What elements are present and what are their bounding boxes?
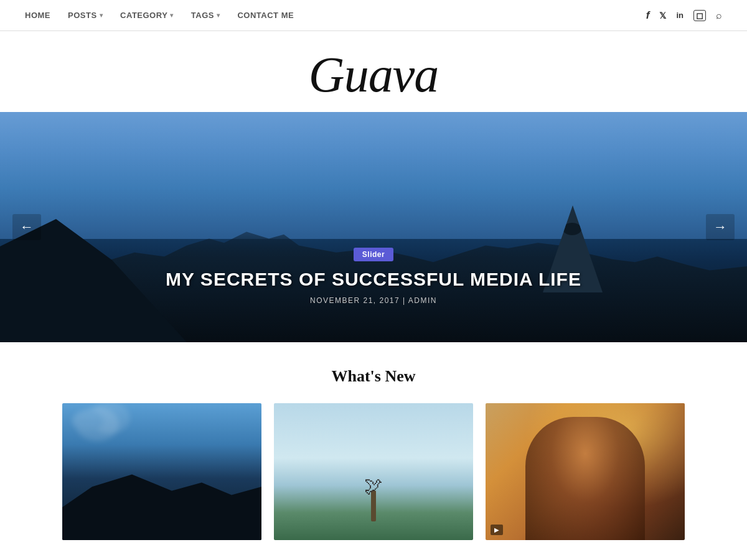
card-image-2 — [274, 403, 473, 540]
hero-background — [0, 112, 747, 342]
slider-meta: NOVEMBER 21, 2017 | ADMIN — [0, 296, 747, 305]
nav-item-posts[interactable]: POSTS ▾ — [68, 11, 103, 20]
site-title: Guava — [0, 50, 747, 100]
slider-content: Slider MY SECRETS OF SUCCESSFUL MEDIA LI… — [0, 248, 747, 305]
nav-item-category[interactable]: CATEGORY ▾ — [120, 11, 174, 20]
slider-category-badge[interactable]: Slider — [354, 248, 393, 261]
linkedin-icon[interactable]: in — [676, 11, 684, 20]
card-play-badge: ▶ — [491, 525, 503, 535]
card-image-1 — [62, 403, 261, 540]
hero-slider: ← → Slider MY SECRETS OF SUCCESSFUL MEDI… — [0, 112, 747, 342]
cards-grid: ▶ — [62, 403, 685, 540]
nav-left: HOME POSTS ▾ CATEGORY ▾ TAGS ▾ CONTACT M… — [25, 11, 294, 20]
site-header: Guava — [0, 31, 747, 112]
whats-new-title: What's New — [62, 367, 685, 386]
slider-prev-button[interactable]: ← — [12, 214, 41, 240]
chevron-down-icon: ▾ — [170, 12, 174, 19]
chevron-down-icon: ▾ — [100, 12, 103, 19]
instagram-icon[interactable]: ◻ — [693, 10, 706, 21]
card-3[interactable]: ▶ — [486, 403, 685, 540]
nav-item-tags[interactable]: TAGS ▾ — [191, 11, 220, 20]
slider-next-button[interactable]: → — [706, 214, 735, 240]
nav-item-home[interactable]: HOME — [25, 11, 50, 20]
nav-item-contact[interactable]: CONTACT ME — [237, 11, 294, 20]
whats-new-section: What's New ▶ — [0, 342, 747, 553]
search-icon[interactable]: ⌕ — [716, 10, 722, 21]
card-image-3: ▶ — [486, 403, 685, 540]
main-navigation: HOME POSTS ▾ CATEGORY ▾ TAGS ▾ CONTACT M… — [0, 0, 747, 31]
twitter-icon[interactable]: 𝕏 — [659, 11, 666, 21]
slider-title: MY SECRETS OF SUCCESSFUL MEDIA LIFE — [0, 269, 747, 290]
card-1[interactable] — [62, 403, 261, 540]
chevron-down-icon: ▾ — [217, 12, 220, 19]
facebook-icon[interactable]: f — [646, 9, 650, 22]
nav-right: f 𝕏 in ◻ ⌕ — [646, 9, 722, 22]
card-2[interactable] — [274, 403, 473, 540]
